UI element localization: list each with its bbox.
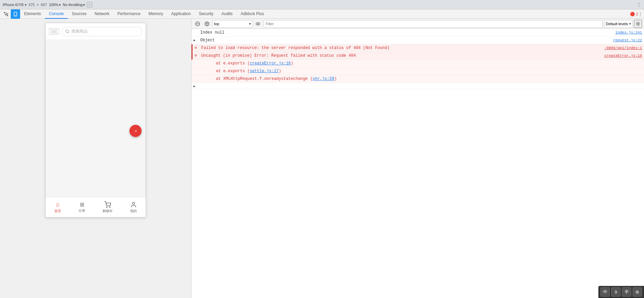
tab-elements[interactable]: Elements [20, 9, 45, 19]
device-selector[interactable]: iPhone 6/7/8 [3, 3, 26, 7]
row-expand-object[interactable]: ▶ [194, 38, 199, 42]
nav-category-label: 分类 [78, 208, 85, 213]
console-row-input: ▶ [192, 83, 644, 89]
tab-network[interactable]: Network [91, 9, 113, 19]
console-settings-btn[interactable] [634, 20, 642, 28]
tab-application[interactable]: Application [167, 9, 195, 19]
fab-icon: » [135, 129, 137, 133]
row-file-object[interactable]: request.js:22 [613, 38, 642, 42]
width-display: 375 [29, 3, 35, 7]
ext-btn-zh[interactable]: 中 [600, 287, 610, 297]
row-text-stack-2: at e.exports (settle.js:17) [206, 68, 642, 74]
phone-content: » [46, 40, 146, 197]
console-row-index-null: Index null index.js:241 [192, 29, 644, 37]
console-row-404-error: ⊘ Failed to load resource: the server re… [192, 44, 644, 52]
tab-sources[interactable]: Sources [68, 9, 91, 19]
console-context-select[interactable]: top ▾ [212, 20, 253, 28]
row-text-object: Object [200, 37, 613, 43]
zoom-selector[interactable]: 100% [49, 3, 61, 7]
error-badge: 🔴 2 [630, 12, 638, 16]
svg-point-7 [107, 207, 107, 207]
row-text-404: Failed to load resource: the server resp… [201, 45, 604, 51]
nav-cart-label: 购物车 [103, 209, 113, 213]
ext-btn-settings[interactable]: ⚙ [633, 287, 642, 297]
phone-nav-home[interactable]: ⌂ 首页 [54, 201, 61, 213]
stack-link-settle[interactable]: settle.js:17 [250, 69, 279, 73]
row-error-icon-404: ⊘ [195, 45, 200, 50]
tab-audits[interactable]: Audits [217, 9, 236, 19]
phone-nav-mine[interactable]: 我的 [130, 201, 137, 213]
console-row-stack-1: at e.exports (createError.js:16) [192, 60, 644, 67]
throttle-value: No throttling [63, 3, 83, 7]
svg-point-5 [66, 30, 68, 33]
stack-link-xhr[interactable]: xhr.js:59 [313, 77, 334, 81]
console-row-promise-error: ⊘ Uncaught (in promise) Error: Request f… [192, 52, 644, 60]
row-file-404[interactable]: :8088/api/index:1 [604, 46, 642, 50]
devtools-more-icon[interactable]: ⋮ [638, 11, 643, 17]
eye-toggle-btn[interactable] [254, 20, 262, 28]
console-toolbar: top ▾ Default levels ▾ [192, 19, 644, 29]
row-file-index[interactable]: index.js:241 [615, 31, 642, 35]
row-text-index-null: Index null [200, 30, 615, 36]
svg-rect-1 [15, 15, 16, 15]
nav-mine-label: 我的 [130, 209, 137, 213]
main-area: 搜索商品 » ⌂ 首页 ⊞ 分类 [0, 19, 644, 298]
devtools-right-icons: ⋮ [638, 11, 643, 17]
dim-separator: × [37, 3, 39, 7]
phone-search-bar[interactable]: 搜索商品 [62, 27, 142, 36]
throttle-icon: ⊘ [87, 2, 92, 7]
zoom-value: 100% [49, 3, 58, 7]
svg-point-8 [110, 207, 110, 207]
user-icon [130, 201, 137, 208]
console-row-stack-3: at XMLHttpRequest.f.onreadystatechange (… [192, 75, 644, 83]
row-file-promise[interactable]: createError.js:16 [604, 54, 642, 58]
cart-icon [104, 201, 111, 208]
home-icon: ⌂ [56, 201, 60, 208]
phone-fab-button[interactable]: » [129, 125, 142, 137]
svg-line-6 [68, 32, 69, 33]
tab-performance[interactable]: Performance [113, 9, 145, 19]
console-row-stack-2: at e.exports (settle.js:17) [192, 67, 644, 75]
tab-console[interactable]: Console [45, 9, 68, 19]
devtools-console: top ▾ Default levels ▾ [191, 19, 644, 298]
zoom-chevron-icon [59, 3, 61, 7]
extension-bar: 中 9 半 ⚙ [598, 286, 644, 298]
ext-btn-half[interactable]: 半 [622, 287, 631, 297]
top-bar-more-icon[interactable]: ⋮ [637, 2, 641, 7]
tab-memory[interactable]: Memory [145, 9, 167, 19]
console-row-object: ▶ Object request.js:22 [192, 37, 644, 44]
console-level-select[interactable]: Default levels ▾ [604, 20, 633, 28]
ext-btn-9[interactable]: 9 [611, 287, 621, 297]
console-input-field[interactable] [200, 84, 642, 88]
tab-security[interactable]: Security [195, 9, 217, 19]
phone-nav-category[interactable]: ⊞ 分类 [78, 201, 85, 213]
level-label: Default levels [606, 22, 628, 26]
context-chevron-icon: ▾ [249, 22, 251, 26]
device-name: iPhone 6/7/8 [3, 3, 23, 7]
device-chevron-icon [25, 3, 26, 7]
inspect-icon-btn[interactable] [1, 9, 11, 19]
svg-point-9 [132, 202, 135, 204]
console-filter-input[interactable] [263, 20, 603, 28]
throttle-selector[interactable]: No throttling [63, 3, 85, 7]
stack-link-createerror[interactable]: createError.js:16 [250, 61, 291, 66]
console-clear-btn[interactable] [194, 20, 202, 28]
row-text-stack-1: at e.exports (createError.js:16) [206, 60, 642, 66]
row-text-promise: Uncaught (in promise) Error: Request fai… [201, 53, 604, 59]
tab-adblock[interactable]: Adblock Plus [237, 9, 268, 19]
level-chevron-icon: ▾ [629, 22, 631, 26]
phone-logo [49, 28, 59, 35]
context-label: top [214, 22, 219, 26]
row-prompt-icon: ▶ [194, 84, 199, 88]
error-dot-icon: 🔴 [630, 12, 635, 16]
phone-nav-cart[interactable]: 购物车 [103, 201, 113, 213]
phone-frame: 搜索商品 » ⌂ 首页 ⊞ 分类 [45, 23, 146, 217]
console-filter-btn[interactable] [203, 20, 211, 28]
console-messages: Index null index.js:241 ▶ Object request… [192, 29, 644, 298]
chrome-top-bar: iPhone 6/7/8 375 × 667 100% No throttlin… [0, 0, 644, 9]
mobile-icon-btn[interactable] [11, 9, 20, 19]
search-placeholder: 搜索商品 [71, 29, 88, 34]
svg-point-16 [257, 23, 259, 24]
phone-bottom-nav: ⌂ 首页 ⊞ 分类 购物车 [46, 197, 146, 217]
row-text-stack-3: at XMLHttpRequest.f.onreadystatechange (… [206, 76, 642, 82]
